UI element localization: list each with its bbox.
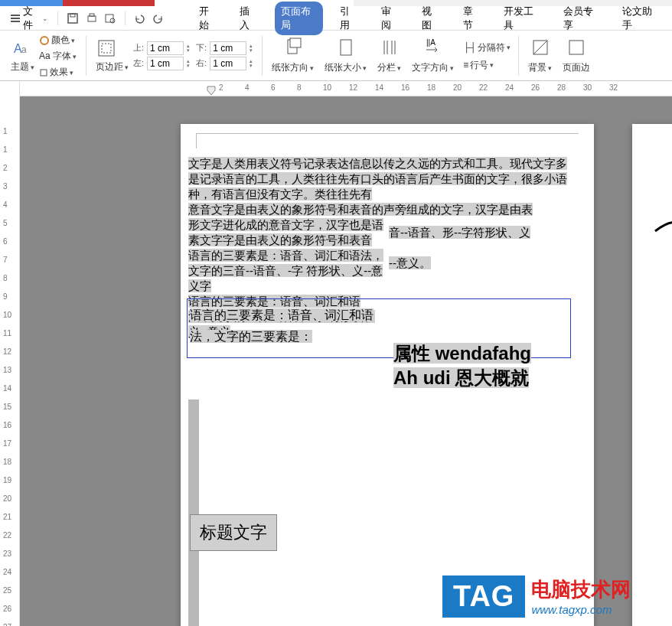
margin-icon[interactable] [96, 37, 117, 59]
h-tick: 2 [219, 83, 223, 92]
horizontal-ruler[interactable]: 2468101214161820222426283032 [20, 81, 672, 96]
spinner[interactable]: ▴▾ [250, 59, 253, 68]
paper-size-button[interactable]: 纸张大小▾ [320, 33, 371, 79]
menu-chapter[interactable]: 章节 [457, 2, 488, 35]
menu-thesis[interactable]: 论文助手 [616, 2, 664, 35]
document-area: 1123456789101112131415161718192021222324… [0, 81, 672, 626]
chevron-down-icon: ⌄ [42, 15, 48, 22]
margin-bottom-input[interactable] [210, 41, 246, 55]
svg-rect-2 [88, 16, 96, 21]
margin-left-input[interactable] [147, 57, 184, 70]
h-tick: 4 [245, 83, 250, 92]
v-tick: 19 [3, 476, 11, 484]
watermark-url: www.tagxp.com [531, 603, 631, 616]
menu-view[interactable]: 视图 [416, 2, 446, 35]
v-tick: 16 [3, 421, 11, 429]
paper-dir-button[interactable]: 纸张方向▾ [267, 33, 318, 79]
menu-start[interactable]: 开始 [193, 2, 223, 35]
svg-rect-10 [99, 41, 114, 56]
separator [86, 36, 86, 76]
margin-top-label: 上: [133, 42, 144, 54]
menu-member[interactable]: 会员专享 [557, 2, 605, 35]
separator-button[interactable]: ├┤分隔符▾ [463, 41, 511, 54]
spinner[interactable]: ▴▾ [187, 59, 190, 68]
h-tick: 32 [609, 83, 618, 92]
para-2b[interactable]: 形文字进化成的意音文字，汉字也是语素文字 [188, 218, 383, 246]
page-border-button[interactable]: 页面边 [558, 33, 595, 79]
h-tick: 10 [323, 83, 331, 92]
columns-button[interactable]: 分栏▾ [373, 33, 406, 79]
right-text-2[interactable]: --意义。 [389, 256, 431, 269]
v-tick: 21 [3, 513, 11, 521]
menu-reference[interactable]: 引用 [334, 2, 364, 35]
separator [262, 36, 263, 76]
spinner[interactable]: ▴▾ [187, 44, 190, 53]
h-tick: 28 [557, 83, 566, 92]
margin-top-input[interactable] [147, 41, 184, 55]
title-text-box[interactable]: 标题文字 [190, 514, 277, 551]
tab-2[interactable] [63, 0, 155, 6]
save-icon[interactable] [64, 10, 80, 27]
indent-marker-icon[interactable] [207, 86, 216, 96]
v-tick: 17 [3, 439, 11, 448]
svg-point-8 [41, 37, 48, 44]
svg-rect-11 [102, 44, 111, 53]
v-tick: 6 [3, 237, 8, 246]
file-menu[interactable]: 文件 ⌄ [8, 3, 51, 34]
page-container[interactable]: 文字是人类用表义符号记录表达信息以传之久远的方式和工具。现代文字多是记录语言的工… [20, 96, 672, 626]
font-button[interactable]: Aa 字体▾ [39, 50, 77, 63]
para-3a[interactable]: 语言的三要素是：语音、词汇和语法，文字的三音--语音、-字 符形状、义--意义 [188, 249, 383, 292]
hamburger-icon [11, 15, 20, 22]
v-tick: 18 [3, 458, 11, 466]
print-icon[interactable] [83, 10, 99, 27]
background-button[interactable]: 背景▾ [524, 33, 556, 79]
v-tick: 2 [3, 164, 8, 172]
v-tick: 5 [3, 219, 8, 227]
svg-text:||A: ||A [426, 38, 435, 47]
frame-text[interactable]: 语言的三要素是：语音、词汇和语法，文字的三要素是： [190, 308, 374, 343]
h-tick: 14 [375, 83, 383, 92]
right-text-1[interactable]: 音--语音、形--字符形状、义 [389, 226, 530, 239]
h-tick: 18 [427, 83, 435, 92]
line-no-button[interactable]: ≡行号▾ [463, 59, 511, 72]
v-tick: 22 [3, 531, 11, 540]
big-text-2[interactable]: Ah udi 恩大概就 [393, 367, 529, 388]
v-tick: 13 [3, 366, 11, 374]
paper-dir-icon [282, 37, 304, 58]
redo-icon[interactable] [151, 10, 167, 27]
undo-icon[interactable] [132, 10, 148, 27]
v-tick: 8 [3, 274, 8, 282]
v-tick: 20 [3, 494, 11, 503]
separator [518, 36, 519, 76]
ribbon: Aa 主题▾ 颜色▾ Aa 字体▾ 效果▾ 页边距▾ 上:▴▾ 下:▴▾ 左:▴… [0, 31, 672, 81]
preview-icon[interactable] [103, 10, 119, 27]
h-tick: 22 [479, 83, 488, 92]
menu-review[interactable]: 审阅 [375, 2, 406, 35]
v-tick: 7 [3, 256, 8, 264]
h-tick: 8 [297, 83, 302, 92]
big-text-1[interactable]: 属性 wendafahg [393, 343, 531, 364]
h-tick: 16 [401, 83, 409, 92]
text-dir-button[interactable]: ||A 文字方向▾ [407, 33, 458, 79]
main-menu: 开始 插入 页面布局 引用 审阅 视图 章节 开发工具 会员专享 论文助手 [193, 2, 664, 35]
vertical-ruler[interactable]: 1123456789101112131415161718192021222324… [0, 81, 20, 626]
para-1-full[interactable]: 文字是人类用表义符号记录表达信息以传之久远的方式和工具。现代文字多是记录语言的工… [188, 157, 567, 201]
menu-insert[interactable]: 插入 [233, 2, 264, 35]
spinner[interactable]: ▴▾ [250, 44, 253, 53]
margin-right-input[interactable] [210, 57, 246, 70]
separator [125, 11, 126, 25]
para-2a[interactable]: 意音文字是由表义的象形符号和表音的声旁组成的文字，汉字是由表 [188, 203, 533, 216]
h-tick: 6 [271, 83, 276, 92]
menu-devtools[interactable]: 开发工具 [497, 2, 546, 35]
theme-icon[interactable]: Aa [11, 37, 32, 59]
svg-text:a: a [21, 44, 27, 55]
svg-rect-9 [41, 70, 47, 76]
margin-label[interactable]: 页边距▾ [96, 60, 129, 73]
color-button[interactable]: 颜色▾ [39, 34, 77, 47]
theme-label[interactable]: 主题▾ [11, 60, 34, 73]
v-tick: 23 [3, 549, 11, 558]
effect-button[interactable]: 效果▾ [39, 66, 77, 79]
menu-page-layout[interactable]: 页面布局 [275, 2, 323, 35]
tag-logo: TAG [442, 575, 525, 618]
v-tick: 14 [3, 384, 11, 393]
